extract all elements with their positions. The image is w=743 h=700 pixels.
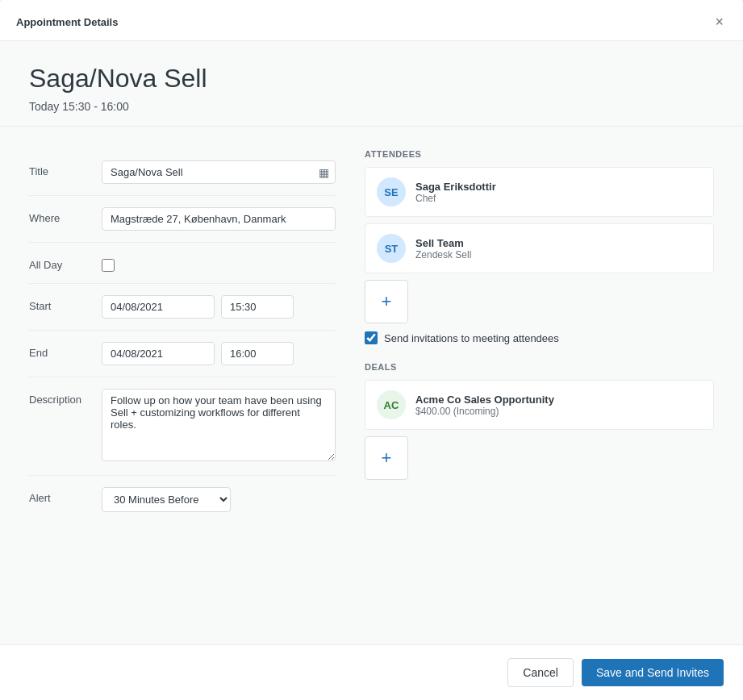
form-left-col: Title ▦ Where All Day [29,149,336,622]
deals-section-label: DEALS [365,362,714,372]
form-right-col: ATTENDEES SE Saga Eriksdottir Chef ST Se… [365,149,714,622]
alert-label: Alert [29,487,102,504]
add-attendee-icon: + [382,291,392,312]
modal-body: Title ▦ Where All Day [0,127,743,644]
attendee-info-1: Sell Team Zendesk Sell [415,237,471,260]
title-input-wrap: ▦ [102,160,336,184]
attendee-name-0: Saga Eriksdottir [415,181,496,193]
cancel-button[interactable]: Cancel [507,658,574,687]
alert-row: Alert 30 Minutes Before 15 Minutes Befor… [29,476,336,523]
attendee-avatar-0: SE [377,177,406,206]
alert-select-wrap: 30 Minutes Before 15 Minutes Before 1 Ho… [102,487,336,512]
invite-label: Send invitations to meeting attendees [384,332,559,344]
deal-card-0: AC Acme Co Sales Opportunity $400.00 (In… [365,380,714,430]
description-input[interactable]: Follow up on how your team have been usi… [102,389,336,461]
end-time-input[interactable] [221,342,294,365]
start-date-input[interactable] [102,295,215,319]
deal-amount-0: $400.00 (Incoming) [415,406,554,417]
deal-info-0: Acme Co Sales Opportunity $400.00 (Incom… [415,394,554,417]
where-row: Where [29,196,336,243]
description-row: Description Follow up on how your team h… [29,377,336,476]
attendees-section: ATTENDEES SE Saga Eriksdottir Chef ST Se… [365,149,714,359]
description-wrap: Follow up on how your team have been usi… [102,389,336,464]
where-input-wrap [102,207,336,231]
deals-section: DEALS AC Acme Co Sales Opportunity $400.… [365,362,714,488]
deal-name-0: Acme Co Sales Opportunity [415,394,554,406]
modal-footer: Cancel Save and Send Invites [0,644,743,700]
attendee-role-1: Zendesk Sell [415,249,471,260]
modal-title: Appointment Details [16,16,118,28]
allday-row: All Day [29,243,336,284]
end-inputs-wrap [102,342,336,365]
title-row: Title ▦ [29,149,336,196]
attendee-card-1: ST Sell Team Zendesk Sell [365,223,714,273]
modal-hero: Saga/Nova Sell Today 15:30 - 16:00 [0,41,743,127]
attendee-name-1: Sell Team [415,237,471,249]
end-row: End [29,331,336,377]
add-deal-button[interactable]: + [365,436,408,480]
end-date-input[interactable] [102,342,215,365]
allday-checkbox[interactable] [102,259,115,272]
where-input[interactable] [102,207,336,231]
alert-select[interactable]: 30 Minutes Before 15 Minutes Before 1 Ho… [102,487,231,512]
title-label: Title [29,160,102,177]
start-inputs-wrap [102,295,336,319]
allday-checkbox-wrap [102,254,336,272]
appointment-subtitle: Today 15:30 - 16:00 [29,100,714,113]
attendee-avatar-1: ST [377,234,406,263]
start-label: Start [29,295,102,312]
save-send-button[interactable]: Save and Send Invites [582,659,724,686]
attendees-section-label: ATTENDEES [365,149,714,159]
calendar-icon: ▦ [319,166,329,179]
title-input[interactable] [102,160,336,184]
close-button[interactable]: × [712,13,727,31]
attendee-info-0: Saga Eriksdottir Chef [415,181,496,204]
start-time-input[interactable] [221,295,294,319]
deal-avatar-0: AC [377,390,406,419]
add-attendee-button[interactable]: + [365,280,408,323]
add-deal-icon: + [382,448,392,469]
invite-checkbox-row: Send invitations to meeting attendees [365,331,714,344]
appointment-details-modal: Appointment Details × Saga/Nova Sell Tod… [0,0,743,700]
where-label: Where [29,207,102,224]
description-label: Description [29,389,102,406]
allday-label: All Day [29,254,102,271]
invite-checkbox[interactable] [365,331,378,344]
attendee-role-0: Chef [415,193,496,204]
start-row: Start [29,284,336,331]
modal-header: Appointment Details × [0,0,743,41]
attendee-card-0: SE Saga Eriksdottir Chef [365,167,714,217]
appointment-title: Saga/Nova Sell [29,64,714,94]
end-label: End [29,342,102,359]
